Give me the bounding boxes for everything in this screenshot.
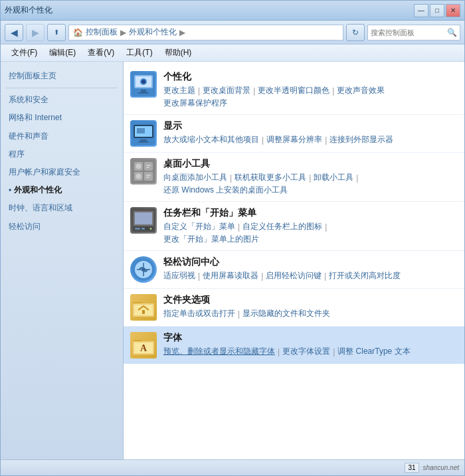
window-controls: — □ ✕ <box>414 4 460 17</box>
breadcrumb-part2[interactable]: 外观和个性化 <box>129 27 177 38</box>
main-window: 外观和个性化 — □ ✕ ◀ ▶ ⬆ 🏠 控制面板 ▶ 外观和个性化 ▶ ↻ 🔍… <box>0 0 465 476</box>
taskbar-title[interactable]: 任务栏和「开始」菜单 <box>163 207 458 219</box>
icon-display <box>130 120 157 147</box>
menu-help[interactable]: 帮助(H) <box>159 46 197 60</box>
font-title[interactable]: 字体 <box>163 332 458 344</box>
menu-file[interactable]: 文件(F) <box>6 46 43 60</box>
folder-links: 指定单击或双击打开 | 显示隐藏的文件和文件夹 <box>163 308 458 319</box>
taskbar-links: 自定义「开始」菜单 | 自定义任务栏上的图标 | <box>163 221 458 232</box>
folder-svg <box>132 295 155 319</box>
sidebar-item-home[interactable]: 控制面板主页 <box>1 67 123 85</box>
link-cleartype[interactable]: 调整 ClearType 文本 <box>337 346 410 357</box>
breadcrumb-part1[interactable]: 控制面板 <box>86 27 118 38</box>
icon-personalize <box>130 71 157 98</box>
svg-rect-28 <box>135 228 140 230</box>
svg-rect-23 <box>146 177 149 178</box>
svg-point-6 <box>141 80 145 84</box>
display-svg <box>132 121 155 145</box>
search-box: 🔍 <box>367 25 460 40</box>
menu-tools[interactable]: 工具(T) <box>121 46 157 60</box>
svg-rect-4 <box>138 92 149 94</box>
breadcrumb-icon: 🏠 <box>73 28 83 37</box>
link-external-display[interactable]: 连接到外部显示器 <box>329 134 393 145</box>
icon-font: A <box>130 332 157 358</box>
svg-rect-15 <box>144 162 153 171</box>
link-resolution[interactable]: 调整屏幕分辨率 <box>266 134 322 145</box>
ease-links: 适应弱视 | 使用屏幕读取器 | 启用轻松访问键 | 打开或关闭高对比度 <box>163 270 458 281</box>
link-text-size[interactable]: 放大或缩小文本和其他项目 <box>163 134 259 145</box>
sidebar-item-clock[interactable]: 时钟、语言和区域 <box>1 199 123 217</box>
link-uninstall-gadget[interactable]: 卸载小工具 <box>314 172 353 183</box>
window-title: 外观和个性化 <box>5 5 52 16</box>
link-desktop-bg[interactable]: 更改桌面背景 <box>203 85 250 96</box>
link-sound[interactable]: 更改声音效果 <box>337 85 385 96</box>
search-input[interactable] <box>371 29 447 37</box>
sidebar-item-hardware[interactable]: 硬件和声音 <box>1 127 123 145</box>
link-screen-reader[interactable]: 使用屏幕读取器 <box>203 270 258 281</box>
sidebar-item-appearance: 外观和个性化 <box>1 181 123 199</box>
back-button[interactable]: ◀ <box>5 24 23 41</box>
link-screensaver[interactable]: 更改屏幕保护程序 <box>163 98 227 109</box>
font-text: 字体 预览、删除或者显示和隐藏字体 | 更改字体设置 | 调整 ClearTyp… <box>163 332 458 357</box>
link-add-gadget[interactable]: 向桌面添加小工具 <box>163 172 227 183</box>
link-get-gadget[interactable]: 联机获取更多小工具 <box>234 172 306 183</box>
link-preview-font[interactable]: 预览、删除或者显示和隐藏字体 <box>163 346 275 357</box>
minimize-button[interactable]: — <box>414 4 428 17</box>
display-title[interactable]: 显示 <box>163 120 458 132</box>
sidebar-item-programs[interactable]: 程序 <box>1 145 123 163</box>
gadgets-title[interactable]: 桌面小工具 <box>163 158 458 170</box>
link-window-color[interactable]: 更改半透明窗口颜色 <box>258 85 329 96</box>
title-bar-left: 外观和个性化 <box>5 5 52 16</box>
icon-gadgets <box>130 158 157 185</box>
sidebar-item-ease[interactable]: 轻松访问 <box>1 218 123 236</box>
title-bar: 外观和个性化 — □ ✕ <box>1 1 464 21</box>
list-item-gadgets: 桌面小工具 向桌面添加小工具 | 联机获取更多小工具 | 卸载小工具 | 还原 … <box>124 153 464 202</box>
ease-svg <box>132 258 155 281</box>
status-time: 31 <box>405 463 418 473</box>
sidebar-item-users[interactable]: 用户帐户和家庭安全 <box>1 163 123 181</box>
icon-folder <box>130 294 157 321</box>
sidebar-item-network[interactable]: 网络和 Internet <box>1 109 123 127</box>
menu-view[interactable]: 查看(V) <box>82 46 120 60</box>
link-restore-gadgets[interactable]: 还原 Windows 上安装的桌面小工具 <box>163 185 288 196</box>
watermark: shancun.net <box>423 464 460 471</box>
personalize-title[interactable]: 个性化 <box>163 71 458 83</box>
refresh-button[interactable]: ↻ <box>346 24 365 41</box>
link-access-keys[interactable]: 启用轻松访问键 <box>266 270 322 281</box>
sidebar-item-system[interactable]: 系统和安全 <box>1 91 123 109</box>
icon-ease <box>130 256 157 283</box>
status-bar: 31 shancun.net <box>1 459 464 475</box>
menu-edit[interactable]: 编辑(E) <box>44 46 81 60</box>
ease-title[interactable]: 轻松访问中心 <box>163 256 458 268</box>
link-font-settings[interactable]: 更改字体设置 <box>282 346 330 357</box>
gadgets-text: 桌面小工具 向桌面添加小工具 | 联机获取更多小工具 | 卸载小工具 | 还原 … <box>163 158 458 196</box>
address-bar: ◀ ▶ ⬆ 🏠 控制面板 ▶ 外观和个性化 ▶ ↻ 🔍 <box>1 21 464 44</box>
maximize-button[interactable]: □ <box>430 4 444 17</box>
svg-rect-26 <box>135 212 152 224</box>
svg-rect-12 <box>138 141 149 143</box>
link-start-pic[interactable]: 更改「开始」菜单上的图片 <box>163 234 259 245</box>
personalize-text: 个性化 更改主题 | 更改桌面背景 | 更改半透明窗口颜色 | 更改声音效果 更… <box>163 71 458 109</box>
link-customize-start[interactable]: 自定义「开始」菜单 <box>163 221 235 232</box>
list-item-taskbar: 任务栏和「开始」菜单 自定义「开始」菜单 | 自定义任务栏上的图标 | 更改「开… <box>124 202 464 251</box>
svg-rect-10 <box>137 128 145 133</box>
link-hidden-files[interactable]: 显示隐藏的文件和文件夹 <box>242 308 330 319</box>
link-weak-vision[interactable]: 适应弱视 <box>163 270 195 281</box>
svg-rect-38 <box>142 310 145 314</box>
svg-rect-29 <box>141 228 145 230</box>
close-button[interactable]: ✕ <box>446 4 460 17</box>
link-click-open[interactable]: 指定单击或双击打开 <box>163 308 235 319</box>
taskbar-text: 任务栏和「开始」菜单 自定义「开始」菜单 | 自定义任务栏上的图标 | 更改「开… <box>163 207 458 245</box>
icon-taskbar <box>130 207 157 234</box>
folder-title[interactable]: 文件夹选项 <box>163 294 458 306</box>
up-button[interactable]: ⬆ <box>47 24 66 41</box>
search-icon[interactable]: 🔍 <box>447 28 457 37</box>
svg-point-18 <box>136 164 141 169</box>
link-customize-taskbar[interactable]: 自定义任务栏上的图标 <box>242 221 322 232</box>
gadgets-svg <box>132 159 155 183</box>
breadcrumb-sep2: ▶ <box>179 28 185 37</box>
forward-button[interactable]: ▶ <box>26 24 45 41</box>
ease-text: 轻松访问中心 适应弱视 | 使用屏幕读取器 | 启用轻松访问键 | 打开或关闭高… <box>163 256 458 281</box>
link-high-contrast[interactable]: 打开或关闭高对比度 <box>329 270 401 281</box>
link-change-theme[interactable]: 更改主题 <box>163 85 195 96</box>
